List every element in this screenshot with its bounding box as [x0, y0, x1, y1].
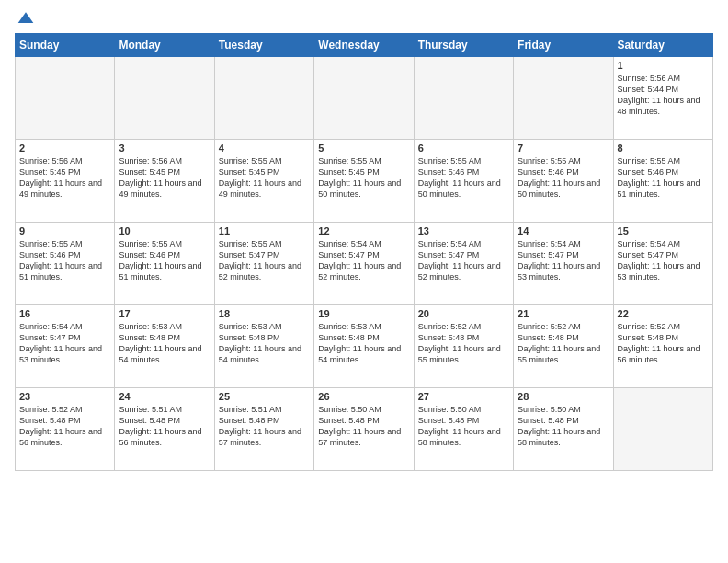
day-info: Sunrise: 5:50 AM Sunset: 5:48 PM Dayligh…	[318, 404, 409, 449]
day-number: 13	[418, 225, 509, 236]
calendar-cell-4-1: 24Sunrise: 5:51 AM Sunset: 5:48 PM Dayli…	[115, 388, 214, 471]
calendar-week-3: 16Sunrise: 5:54 AM Sunset: 5:47 PM Dayli…	[16, 305, 713, 388]
calendar-cell-1-2: 4Sunrise: 5:55 AM Sunset: 5:45 PM Daylig…	[214, 140, 313, 223]
day-info: Sunrise: 5:55 AM Sunset: 5:46 PM Dayligh…	[618, 155, 709, 201]
header	[15, 9, 713, 28]
weekday-header-saturday: Saturday	[613, 34, 712, 57]
day-info: Sunrise: 5:51 AM Sunset: 5:48 PM Dayligh…	[119, 404, 210, 449]
weekday-header-friday: Friday	[514, 34, 613, 57]
day-number: 7	[518, 143, 609, 154]
calendar-week-4: 23Sunrise: 5:52 AM Sunset: 5:48 PM Dayli…	[16, 388, 713, 471]
day-info: Sunrise: 5:54 AM Sunset: 5:47 PM Dayligh…	[418, 238, 509, 283]
calendar-cell-2-4: 13Sunrise: 5:54 AM Sunset: 5:47 PM Dayli…	[414, 223, 513, 305]
day-info: Sunrise: 5:54 AM Sunset: 5:47 PM Dayligh…	[518, 238, 609, 283]
day-number: 6	[418, 143, 509, 154]
calendar-cell-3-6: 22Sunrise: 5:52 AM Sunset: 5:48 PM Dayli…	[613, 305, 712, 388]
day-number: 8	[618, 143, 709, 154]
weekday-header-row: SundayMondayTuesdayWednesdayThursdayFrid…	[16, 34, 713, 57]
day-number: 19	[318, 308, 409, 319]
day-info: Sunrise: 5:51 AM Sunset: 5:48 PM Dayligh…	[219, 404, 310, 449]
day-info: Sunrise: 5:53 AM Sunset: 5:48 PM Dayligh…	[219, 321, 310, 366]
day-info: Sunrise: 5:54 AM Sunset: 5:47 PM Dayligh…	[318, 238, 409, 283]
calendar-cell-4-0: 23Sunrise: 5:52 AM Sunset: 5:48 PM Dayli…	[16, 388, 115, 471]
day-info: Sunrise: 5:52 AM Sunset: 5:48 PM Dayligh…	[19, 404, 110, 449]
day-info: Sunrise: 5:52 AM Sunset: 5:48 PM Dayligh…	[518, 321, 609, 366]
calendar-cell-1-3: 5Sunrise: 5:55 AM Sunset: 5:45 PM Daylig…	[314, 140, 414, 223]
calendar-cell-3-2: 18Sunrise: 5:53 AM Sunset: 5:48 PM Dayli…	[214, 305, 313, 388]
day-number: 21	[518, 308, 609, 319]
day-number: 27	[418, 391, 509, 402]
day-info: Sunrise: 5:55 AM Sunset: 5:47 PM Dayligh…	[219, 238, 310, 283]
day-info: Sunrise: 5:56 AM Sunset: 5:45 PM Dayligh…	[119, 155, 210, 201]
day-number: 15	[618, 225, 709, 236]
day-number: 10	[119, 225, 210, 236]
page: SundayMondayTuesdayWednesdayThursdayFrid…	[0, 0, 728, 563]
day-number: 25	[219, 391, 310, 402]
calendar-cell-2-3: 12Sunrise: 5:54 AM Sunset: 5:47 PM Dayli…	[314, 223, 414, 305]
logo-icon	[17, 9, 35, 28]
calendar-cell-3-0: 16Sunrise: 5:54 AM Sunset: 5:47 PM Dayli…	[16, 305, 115, 388]
day-info: Sunrise: 5:56 AM Sunset: 5:44 PM Dayligh…	[618, 73, 709, 118]
day-info: Sunrise: 5:55 AM Sunset: 5:46 PM Dayligh…	[119, 238, 210, 283]
calendar-cell-0-0	[16, 57, 115, 140]
day-number: 11	[219, 225, 310, 236]
calendar-cell-2-5: 14Sunrise: 5:54 AM Sunset: 5:47 PM Dayli…	[514, 223, 613, 305]
weekday-header-monday: Monday	[115, 34, 214, 57]
day-number: 28	[518, 391, 609, 402]
day-info: Sunrise: 5:56 AM Sunset: 5:45 PM Dayligh…	[19, 155, 110, 201]
calendar-week-0: 1Sunrise: 5:56 AM Sunset: 5:44 PM Daylig…	[16, 57, 713, 140]
day-number: 9	[19, 225, 110, 236]
day-number: 14	[518, 225, 609, 236]
calendar-table: SundayMondayTuesdayWednesdayThursdayFrid…	[15, 33, 713, 471]
calendar-cell-4-6	[613, 388, 712, 471]
day-number: 2	[19, 143, 110, 154]
calendar-cell-3-5: 21Sunrise: 5:52 AM Sunset: 5:48 PM Dayli…	[514, 305, 613, 388]
calendar-cell-4-2: 25Sunrise: 5:51 AM Sunset: 5:48 PM Dayli…	[214, 388, 313, 471]
day-info: Sunrise: 5:54 AM Sunset: 5:47 PM Dayligh…	[19, 321, 110, 366]
calendar-cell-0-3	[314, 57, 414, 140]
svg-marker-0	[18, 12, 34, 23]
day-number: 20	[418, 308, 509, 319]
day-info: Sunrise: 5:50 AM Sunset: 5:48 PM Dayligh…	[418, 404, 509, 449]
day-number: 18	[219, 308, 310, 319]
day-info: Sunrise: 5:55 AM Sunset: 5:46 PM Dayligh…	[418, 155, 509, 201]
calendar-week-1: 2Sunrise: 5:56 AM Sunset: 5:45 PM Daylig…	[16, 140, 713, 223]
calendar-cell-0-6: 1Sunrise: 5:56 AM Sunset: 5:44 PM Daylig…	[613, 57, 712, 140]
calendar-cell-3-1: 17Sunrise: 5:53 AM Sunset: 5:48 PM Dayli…	[115, 305, 214, 388]
calendar-cell-0-2	[214, 57, 313, 140]
day-number: 26	[318, 391, 409, 402]
calendar-cell-4-5: 28Sunrise: 5:50 AM Sunset: 5:48 PM Dayli…	[514, 388, 613, 471]
day-info: Sunrise: 5:53 AM Sunset: 5:48 PM Dayligh…	[119, 321, 210, 366]
calendar-cell-4-3: 26Sunrise: 5:50 AM Sunset: 5:48 PM Dayli…	[314, 388, 414, 471]
day-number: 3	[119, 143, 210, 154]
calendar-cell-1-1: 3Sunrise: 5:56 AM Sunset: 5:45 PM Daylig…	[115, 140, 214, 223]
day-number: 17	[119, 308, 210, 319]
calendar-cell-3-4: 20Sunrise: 5:52 AM Sunset: 5:48 PM Dayli…	[414, 305, 513, 388]
weekday-header-tuesday: Tuesday	[214, 34, 313, 57]
day-number: 4	[219, 143, 310, 154]
day-info: Sunrise: 5:55 AM Sunset: 5:46 PM Dayligh…	[19, 238, 110, 283]
day-info: Sunrise: 5:52 AM Sunset: 5:48 PM Dayligh…	[418, 321, 509, 366]
calendar-cell-1-0: 2Sunrise: 5:56 AM Sunset: 5:45 PM Daylig…	[16, 140, 115, 223]
day-number: 12	[318, 225, 409, 236]
day-number: 5	[318, 143, 409, 154]
calendar-cell-0-5	[514, 57, 613, 140]
day-info: Sunrise: 5:54 AM Sunset: 5:47 PM Dayligh…	[618, 238, 709, 283]
day-info: Sunrise: 5:55 AM Sunset: 5:45 PM Dayligh…	[219, 155, 310, 201]
day-info: Sunrise: 5:55 AM Sunset: 5:45 PM Dayligh…	[318, 155, 409, 201]
calendar-cell-4-4: 27Sunrise: 5:50 AM Sunset: 5:48 PM Dayli…	[414, 388, 513, 471]
calendar-cell-1-5: 7Sunrise: 5:55 AM Sunset: 5:46 PM Daylig…	[514, 140, 613, 223]
day-number: 1	[618, 60, 709, 71]
day-number: 23	[19, 391, 110, 402]
calendar-cell-2-1: 10Sunrise: 5:55 AM Sunset: 5:46 PM Dayli…	[115, 223, 214, 305]
calendar-cell-2-2: 11Sunrise: 5:55 AM Sunset: 5:47 PM Dayli…	[214, 223, 313, 305]
logo	[15, 9, 35, 28]
calendar-cell-3-3: 19Sunrise: 5:53 AM Sunset: 5:48 PM Dayli…	[314, 305, 414, 388]
calendar-cell-2-0: 9Sunrise: 5:55 AM Sunset: 5:46 PM Daylig…	[16, 223, 115, 305]
calendar-week-2: 9Sunrise: 5:55 AM Sunset: 5:46 PM Daylig…	[16, 223, 713, 305]
weekday-header-thursday: Thursday	[414, 34, 513, 57]
weekday-header-sunday: Sunday	[16, 34, 115, 57]
calendar-cell-1-6: 8Sunrise: 5:55 AM Sunset: 5:46 PM Daylig…	[613, 140, 712, 223]
day-info: Sunrise: 5:55 AM Sunset: 5:46 PM Dayligh…	[518, 155, 609, 201]
day-info: Sunrise: 5:53 AM Sunset: 5:48 PM Dayligh…	[318, 321, 409, 366]
